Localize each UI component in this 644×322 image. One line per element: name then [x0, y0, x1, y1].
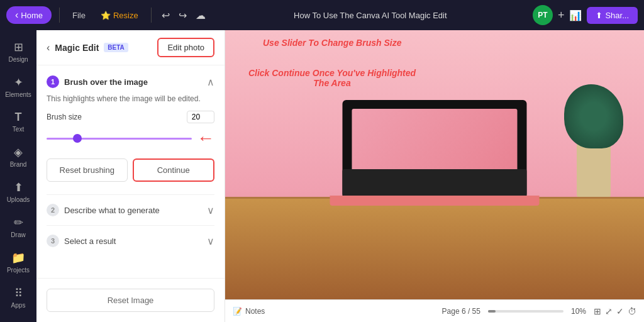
avatar: PT [533, 5, 553, 25]
step2-title: Describe what to generate [64, 206, 160, 215]
plus-button[interactable]: + [558, 9, 565, 22]
continue-button[interactable]: Continue [133, 158, 215, 182]
star-icon: ⭐ [101, 11, 111, 20]
sidebar-item-elements[interactable]: ✦ Elements [3, 70, 34, 103]
step2-header: 2 Describe what to generate ∨ [47, 204, 214, 216]
topbar-right: PT + 📊 ⬆ Shar... [533, 5, 638, 25]
timer-button[interactable]: ⏱ [628, 306, 636, 316]
brush-slider[interactable] [47, 138, 192, 140]
brush-size-label: Brush size [47, 113, 82, 121]
laptop-keyboard [342, 169, 526, 196]
beta-badge: BETA [104, 43, 128, 52]
file-button[interactable]: File [67, 8, 91, 23]
cloud-button[interactable]: ☁ [193, 7, 208, 24]
document-title: How To Use The Canva AI Tool Magic Edit [213, 11, 528, 20]
annotation-continue-text: Click Continue Once You've Highlighted T… [244, 68, 420, 88]
elements-icon: ✦ [14, 75, 23, 89]
zoom-level: 10% [571, 307, 586, 316]
panel-body: 1 Brush over the image ∧ This highlights… [36, 65, 225, 278]
canvas-area: Use Slider To Change Brush Size Click Co… [225, 30, 644, 322]
sidebar-item-draw[interactable]: ✏ Draw [3, 211, 34, 243]
action-buttons: Reset brushing Continue [47, 158, 214, 182]
share-button[interactable]: ⬆ Shar... [587, 7, 638, 24]
step2-label: 2 Describe what to generate [47, 204, 160, 216]
undo-button[interactable]: ↩ [159, 7, 172, 24]
brush-size-row: Brush size [47, 111, 214, 123]
grid-view-button[interactable]: ⊞ [594, 306, 601, 316]
step3-section: 3 Select a result ∨ [47, 225, 214, 256]
analytics-button[interactable]: 📊 [569, 9, 582, 21]
step3-label: 3 Select a result [47, 235, 116, 247]
sidebar-item-text[interactable]: T Text [3, 106, 34, 138]
panel-title: Magic Edit [55, 43, 99, 53]
draw-icon: ✏ [14, 216, 23, 230]
desk [225, 197, 644, 299]
arrow-left-icon: ← [197, 128, 214, 148]
step3-number: 3 [47, 235, 59, 247]
step3-header: 3 Select a result ∨ [47, 235, 214, 247]
brand-icon: ◈ [14, 145, 23, 159]
brush-size-input[interactable] [187, 111, 214, 123]
topbar: Home File ⭐ Resize ↩ ↪ ☁ How To Use The … [0, 0, 644, 30]
step1-header: 1 Brush over the image ∧ [47, 75, 214, 88]
step3-title: Select a result [64, 236, 116, 246]
fullscreen-button[interactable]: ⤢ [605, 306, 613, 316]
step1-title: Brush over the image [64, 77, 148, 87]
bottom-bar: 📝 Notes Page 6 / 55 10% ⊞ ⤢ ✓ ⏱ [225, 299, 644, 322]
home-button[interactable]: Home [6, 6, 52, 24]
divider-2 [151, 8, 152, 23]
bottom-icons: ⊞ ⤢ ✓ ⏱ [594, 306, 636, 316]
sidebar-item-apps[interactable]: ⠿ Apps [3, 281, 34, 314]
laptop-base [330, 196, 540, 206]
notes-button[interactable]: 📝 Notes [233, 307, 265, 316]
edit-photo-button[interactable]: Edit photo [157, 38, 214, 57]
page-progress-fill [488, 310, 496, 313]
sidebar-item-projects[interactable]: 📁 Projects [3, 246, 34, 279]
projects-icon: 📁 [11, 251, 25, 265]
step2-number: 2 [47, 204, 59, 216]
panel-header: ‹ Magic Edit BETA Edit photo [36, 30, 225, 65]
reset-image-button[interactable]: Reset Image [47, 289, 214, 312]
magic-edit-panel: ‹ Magic Edit BETA Edit photo 1 Brush ove… [36, 30, 225, 322]
step1-toggle[interactable]: ∧ [207, 76, 214, 88]
step1-description: This highlights where the image will be … [47, 94, 214, 103]
canvas-image-container[interactable]: Use Slider To Change Brush Size Click Co… [225, 30, 644, 299]
resize-button[interactable]: ⭐ Resize [96, 8, 143, 23]
plant-pot [577, 143, 610, 197]
apps-icon: ⠿ [14, 286, 23, 300]
sidebar-item-design[interactable]: ⊞ Design [3, 35, 34, 68]
sidebar-item-brand[interactable]: ◈ Brand [3, 140, 34, 173]
uploads-icon: ⬆ [14, 180, 23, 194]
sidebar-item-uploads[interactable]: ⬆ Uploads [3, 175, 34, 208]
reset-brushing-button[interactable]: Reset brushing [47, 158, 128, 182]
step2-section: 2 Describe what to generate ∨ [47, 194, 214, 225]
redo-button[interactable]: ↪ [176, 7, 189, 24]
slider-row: ← [47, 128, 214, 148]
step3-toggle[interactable]: ∨ [207, 235, 214, 247]
divider-1 [59, 8, 60, 23]
step2-toggle[interactable]: ∨ [207, 204, 214, 216]
text-icon: T [15, 111, 22, 124]
notes-icon: 📝 [233, 307, 242, 316]
icon-sidebar: ⊞ Design ✦ Elements T Text ◈ Brand ⬆ Upl… [0, 30, 36, 322]
panel-back-button[interactable]: ‹ [47, 42, 50, 53]
design-icon: ⊞ [14, 40, 23, 54]
step1-label: 1 Brush over the image [47, 75, 148, 88]
share-icon: ⬆ [596, 11, 602, 20]
main-layout: ⊞ Design ✦ Elements T Text ◈ Brand ⬆ Upl… [0, 30, 644, 322]
page-info: Page 6 / 55 [442, 307, 480, 316]
step1-number: 1 [47, 75, 59, 88]
page-progress-bar [488, 310, 564, 313]
panel-footer: Reset Image [36, 278, 225, 322]
annotation-slider-text: Use Slider To Change Brush Size [263, 38, 401, 48]
history-icons: ↩ ↪ ☁ [159, 7, 208, 24]
plant-leaves [564, 84, 623, 149]
check-button[interactable]: ✓ [616, 306, 624, 316]
